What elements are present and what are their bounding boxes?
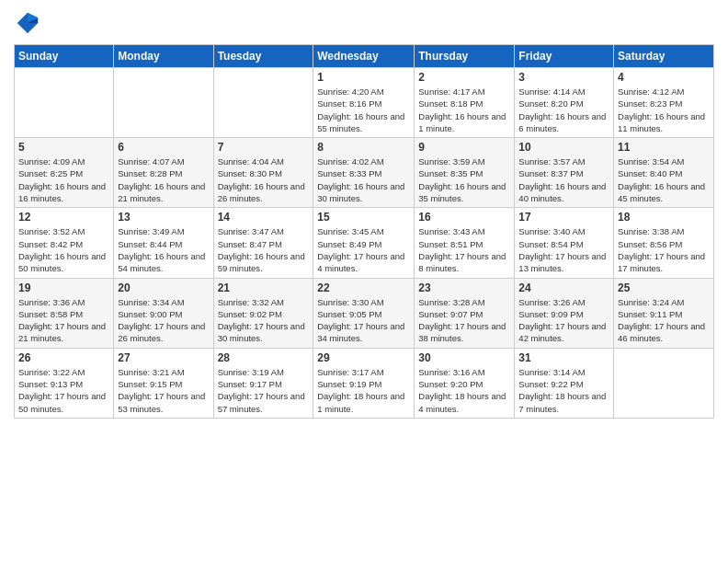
day-info: Sunrise: 3:28 AM Sunset: 9:07 PM Dayligh… — [418, 296, 510, 345]
calendar-cell: 14Sunrise: 3:47 AM Sunset: 8:47 PM Dayli… — [213, 208, 313, 278]
day-number: 24 — [518, 282, 609, 294]
calendar-cell: 22Sunrise: 3:30 AM Sunset: 9:05 PM Dayli… — [313, 278, 415, 348]
day-info: Sunrise: 3:24 AM Sunset: 9:11 PM Dayligh… — [618, 296, 710, 345]
calendar-cell — [114, 68, 213, 138]
day-info: Sunrise: 4:20 AM Sunset: 8:16 PM Dayligh… — [317, 86, 410, 134]
header — [14, 9, 714, 37]
day-info: Sunrise: 3:17 AM Sunset: 9:19 PM Dayligh… — [317, 366, 410, 415]
calendar-cell: 3Sunrise: 4:14 AM Sunset: 8:20 PM Daylig… — [515, 68, 614, 138]
day-number: 16 — [418, 211, 510, 224]
day-info: Sunrise: 3:45 AM Sunset: 8:49 PM Dayligh… — [317, 225, 410, 274]
calendar-header-friday: Friday — [515, 45, 614, 68]
calendar-cell: 10Sunrise: 3:57 AM Sunset: 8:37 PM Dayli… — [515, 138, 614, 208]
day-info: Sunrise: 3:21 AM Sunset: 9:15 PM Dayligh… — [118, 366, 209, 415]
calendar-cell: 2Sunrise: 4:17 AM Sunset: 8:18 PM Daylig… — [415, 68, 515, 138]
calendar-cell: 4Sunrise: 4:12 AM Sunset: 8:23 PM Daylig… — [614, 68, 714, 138]
calendar-header-sunday: Sunday — [15, 45, 114, 68]
day-number: 27 — [118, 351, 209, 364]
day-info: Sunrise: 3:40 AM Sunset: 8:54 PM Dayligh… — [518, 225, 609, 274]
calendar-cell: 25Sunrise: 3:24 AM Sunset: 9:11 PM Dayli… — [614, 278, 714, 348]
day-info: Sunrise: 4:14 AM Sunset: 8:20 PM Dayligh… — [518, 86, 609, 134]
calendar-cell: 23Sunrise: 3:28 AM Sunset: 9:07 PM Dayli… — [415, 278, 515, 348]
day-info: Sunrise: 4:07 AM Sunset: 8:28 PM Dayligh… — [118, 155, 209, 204]
day-number: 17 — [518, 211, 609, 224]
day-number: 29 — [317, 351, 410, 364]
day-info: Sunrise: 3:54 AM Sunset: 8:40 PM Dayligh… — [618, 155, 710, 204]
calendar-cell: 5Sunrise: 4:09 AM Sunset: 8:25 PM Daylig… — [15, 138, 114, 208]
day-number: 21 — [218, 282, 310, 294]
calendar-week-4: 19Sunrise: 3:36 AM Sunset: 8:58 PM Dayli… — [15, 278, 714, 348]
day-number: 30 — [418, 351, 510, 364]
calendar-cell: 1Sunrise: 4:20 AM Sunset: 8:16 PM Daylig… — [313, 68, 415, 138]
day-number: 20 — [118, 282, 209, 294]
day-info: Sunrise: 3:49 AM Sunset: 8:44 PM Dayligh… — [118, 225, 209, 274]
day-number: 12 — [18, 211, 109, 224]
day-number: 4 — [618, 71, 710, 84]
calendar-header-wednesday: Wednesday — [313, 45, 415, 68]
day-number: 9 — [418, 141, 510, 154]
calendar-cell: 31Sunrise: 3:14 AM Sunset: 9:22 PM Dayli… — [515, 348, 614, 418]
day-number: 28 — [218, 351, 310, 364]
day-info: Sunrise: 3:47 AM Sunset: 8:47 PM Dayligh… — [218, 225, 310, 274]
calendar-cell: 13Sunrise: 3:49 AM Sunset: 8:44 PM Dayli… — [114, 208, 213, 278]
day-info: Sunrise: 3:34 AM Sunset: 9:00 PM Dayligh… — [118, 296, 209, 345]
day-number: 7 — [218, 141, 310, 154]
calendar-header-tuesday: Tuesday — [213, 45, 313, 68]
calendar-header-row: SundayMondayTuesdayWednesdayThursdayFrid… — [15, 45, 714, 68]
day-info: Sunrise: 3:22 AM Sunset: 9:13 PM Dayligh… — [18, 366, 109, 415]
calendar-cell — [15, 68, 114, 138]
logo — [14, 9, 43, 37]
day-info: Sunrise: 3:19 AM Sunset: 9:17 PM Dayligh… — [218, 366, 310, 415]
calendar-week-5: 26Sunrise: 3:22 AM Sunset: 9:13 PM Dayli… — [15, 348, 714, 418]
day-number: 19 — [18, 282, 109, 294]
day-info: Sunrise: 3:16 AM Sunset: 9:20 PM Dayligh… — [418, 366, 510, 415]
logo-icon — [14, 9, 41, 37]
calendar-cell: 7Sunrise: 4:04 AM Sunset: 8:30 PM Daylig… — [213, 138, 313, 208]
day-info: Sunrise: 4:04 AM Sunset: 8:30 PM Dayligh… — [218, 155, 310, 204]
day-number: 10 — [518, 141, 609, 154]
day-info: Sunrise: 3:36 AM Sunset: 8:58 PM Dayligh… — [18, 296, 109, 345]
day-number: 8 — [317, 141, 410, 154]
day-info: Sunrise: 3:38 AM Sunset: 8:56 PM Dayligh… — [618, 225, 710, 274]
calendar-header-saturday: Saturday — [614, 45, 714, 68]
calendar-cell: 27Sunrise: 3:21 AM Sunset: 9:15 PM Dayli… — [114, 348, 213, 418]
calendar-cell: 12Sunrise: 3:52 AM Sunset: 8:42 PM Dayli… — [15, 208, 114, 278]
calendar-cell: 20Sunrise: 3:34 AM Sunset: 9:00 PM Dayli… — [114, 278, 213, 348]
calendar-cell — [213, 68, 313, 138]
calendar-cell: 26Sunrise: 3:22 AM Sunset: 9:13 PM Dayli… — [15, 348, 114, 418]
day-info: Sunrise: 4:12 AM Sunset: 8:23 PM Dayligh… — [618, 86, 710, 134]
day-info: Sunrise: 4:17 AM Sunset: 8:18 PM Dayligh… — [418, 86, 510, 134]
day-number: 26 — [18, 351, 109, 364]
calendar-cell: 28Sunrise: 3:19 AM Sunset: 9:17 PM Dayli… — [213, 348, 313, 418]
calendar-cell: 16Sunrise: 3:43 AM Sunset: 8:51 PM Dayli… — [415, 208, 515, 278]
day-number: 31 — [518, 351, 609, 364]
day-number: 23 — [418, 282, 510, 294]
calendar-cell: 17Sunrise: 3:40 AM Sunset: 8:54 PM Dayli… — [515, 208, 614, 278]
day-number: 1 — [317, 71, 410, 84]
calendar-week-1: 1Sunrise: 4:20 AM Sunset: 8:16 PM Daylig… — [15, 68, 714, 138]
day-number: 22 — [317, 282, 410, 294]
day-info: Sunrise: 3:43 AM Sunset: 8:51 PM Dayligh… — [418, 225, 510, 274]
day-info: Sunrise: 3:14 AM Sunset: 9:22 PM Dayligh… — [518, 366, 609, 415]
calendar-cell: 11Sunrise: 3:54 AM Sunset: 8:40 PM Dayli… — [614, 138, 714, 208]
day-number: 2 — [418, 71, 510, 84]
day-number: 13 — [118, 211, 209, 224]
day-info: Sunrise: 3:26 AM Sunset: 9:09 PM Dayligh… — [518, 296, 609, 345]
day-number: 5 — [18, 141, 109, 154]
day-number: 25 — [618, 282, 710, 294]
calendar-cell: 29Sunrise: 3:17 AM Sunset: 9:19 PM Dayli… — [313, 348, 415, 418]
calendar-cell — [614, 348, 714, 418]
calendar-cell: 19Sunrise: 3:36 AM Sunset: 8:58 PM Dayli… — [15, 278, 114, 348]
calendar-cell: 8Sunrise: 4:02 AM Sunset: 8:33 PM Daylig… — [313, 138, 415, 208]
day-number: 6 — [118, 141, 209, 154]
day-info: Sunrise: 4:09 AM Sunset: 8:25 PM Dayligh… — [18, 155, 109, 204]
calendar-table: SundayMondayTuesdayWednesdayThursdayFrid… — [14, 44, 714, 419]
calendar-cell: 21Sunrise: 3:32 AM Sunset: 9:02 PM Dayli… — [213, 278, 313, 348]
calendar-week-2: 5Sunrise: 4:09 AM Sunset: 8:25 PM Daylig… — [15, 138, 714, 208]
day-number: 11 — [618, 141, 710, 154]
calendar-header-thursday: Thursday — [415, 45, 515, 68]
calendar-cell: 15Sunrise: 3:45 AM Sunset: 8:49 PM Dayli… — [313, 208, 415, 278]
page: SundayMondayTuesdayWednesdayThursdayFrid… — [0, 0, 728, 563]
day-info: Sunrise: 4:02 AM Sunset: 8:33 PM Dayligh… — [317, 155, 410, 204]
day-number: 18 — [618, 211, 710, 224]
